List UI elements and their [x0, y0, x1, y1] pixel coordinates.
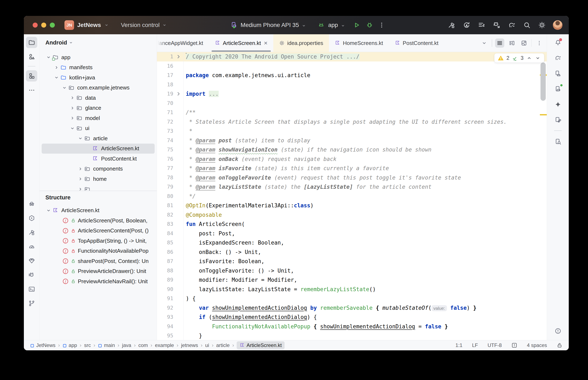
breadcrumb-java[interactable]: java	[122, 342, 131, 348]
breadcrumb-articlescreen-kt[interactable]: ArticleScreen.kt	[237, 341, 284, 349]
code-line-94[interactable]: 94 FunctionalityNotAvailablePopup { show…	[157, 322, 547, 331]
unlock-icon[interactable]	[557, 342, 563, 348]
line-number[interactable]: 76	[157, 154, 183, 164]
project-icon[interactable]	[26, 37, 37, 48]
code-line-78[interactable]: 78 * @param onToggleFavorite (event) req…	[157, 173, 547, 183]
line-number[interactable]: 16	[157, 61, 183, 71]
breadcrumb-jetnews[interactable]: jetnews	[181, 342, 198, 348]
line-number[interactable]: 92	[157, 303, 183, 313]
editor-tab-idea-properties[interactable]: idea.properties	[273, 34, 329, 52]
line-number[interactable]: 95	[157, 331, 183, 340]
breadcrumb-main[interactable]: main	[98, 342, 115, 348]
logcat-icon[interactable]	[26, 269, 37, 281]
warning-count[interactable]: 2	[507, 55, 509, 61]
breadcrumb-jetnews[interactable]: JetNews	[30, 342, 56, 348]
line-number[interactable]: 87	[157, 257, 183, 266]
breadcrumb-app[interactable]: app	[62, 342, 77, 348]
project-widget[interactable]: JN JetNews	[64, 20, 109, 30]
split-view-icon[interactable]	[507, 38, 516, 48]
breadcrumb-article[interactable]: article	[216, 342, 230, 348]
line-number[interactable]: 82	[157, 210, 183, 220]
chevron-down-icon[interactable]	[45, 207, 52, 214]
code-line-75[interactable]: 75 * @param showNavigationIcon (state) i…	[157, 145, 547, 154]
device-selector[interactable]: Medium Phone API 35	[230, 21, 306, 29]
line-number[interactable]: 88	[157, 266, 183, 275]
device-explorer-icon[interactable]	[552, 136, 564, 147]
search-icon[interactable]	[523, 21, 531, 29]
line-number[interactable]: 71	[157, 108, 183, 117]
code-line-81[interactable]: 81@OptIn(ExperimentalMaterial3Api::class…	[157, 201, 547, 210]
tree-item-glance[interactable]: glance	[42, 103, 155, 113]
line-number[interactable]: 81	[157, 201, 183, 210]
build-icon[interactable]	[447, 21, 456, 29]
structure-function-item[interactable]: fTopAppBar(String, () -> Unit,	[42, 236, 155, 246]
structure-function-item[interactable]: fPreviewArticleDrawer(): Unit	[42, 266, 155, 277]
code-line-87[interactable]: 87 isFavorite: Boolean,	[157, 257, 547, 266]
line-number[interactable]: 18	[157, 80, 183, 90]
more-actions-kebab-icon[interactable]	[378, 21, 386, 29]
chevron-down-icon[interactable]	[53, 74, 60, 81]
caret-position-widget[interactable]: 1:1	[456, 342, 463, 348]
line-number[interactable]: 73	[157, 126, 183, 136]
code-line-84[interactable]: 84 post: Post,	[157, 229, 547, 238]
chevron-down-icon[interactable]	[45, 54, 52, 61]
chevron-right-icon[interactable]	[53, 64, 60, 71]
tree-item-data[interactable]: data	[42, 93, 155, 103]
project-view-selector[interactable]: Android	[40, 34, 157, 51]
line-number[interactable]: 94	[157, 322, 183, 331]
code-line-70[interactable]: 70	[157, 99, 547, 108]
warning-stripe-mark[interactable]	[540, 114, 547, 115]
chevron-right-icon[interactable]	[77, 175, 84, 183]
code-line-1[interactable]: 1/ Copyright 2020 The Android Open Sourc…	[157, 52, 547, 61]
chevron-right-icon[interactable]	[77, 165, 84, 172]
version-control-icon[interactable]	[26, 298, 37, 309]
tree-item-home[interactable]: home	[42, 174, 155, 184]
structure-function-item[interactable]: fPreviewArticleNavRail(): Unit	[42, 276, 155, 286]
code-line-19[interactable]: 19import ...	[157, 89, 547, 99]
chevron-right-icon[interactable]	[69, 114, 76, 122]
code-line-95[interactable]: 95 }	[157, 331, 547, 340]
tree-item-article[interactable]: article	[42, 133, 155, 144]
tree-item-com-example-jetnews[interactable]: com.example.jetnews	[42, 83, 155, 93]
code-line-76[interactable]: 76 * @param onBack (event) request navig…	[157, 154, 547, 164]
terminal-icon[interactable]	[26, 284, 37, 295]
device-manager-icon[interactable]	[552, 83, 564, 95]
code-editor[interactable]: 1/ Copyright 2020 The Android Open Sourc…	[157, 52, 547, 340]
line-number[interactable]: 83	[157, 219, 183, 229]
code-line-92[interactable]: 92 var showUnimplementedActionDialog by …	[157, 303, 547, 313]
line-number[interactable]: 74	[157, 136, 183, 145]
code-line-74[interactable]: 74 * @param post (state) item to display	[157, 136, 547, 145]
line-number[interactable]: 79	[157, 182, 183, 192]
line-number[interactable]: 84	[157, 229, 183, 238]
tab-list-chevron-icon[interactable]	[480, 38, 489, 48]
line-number[interactable]: 70	[157, 99, 183, 108]
code-line-80[interactable]: 80 */	[157, 192, 547, 201]
line-number[interactable]: 17	[157, 71, 183, 80]
device-mirroring-icon[interactable]	[552, 114, 564, 125]
line-number[interactable]: 19	[157, 89, 183, 99]
structure-function-item[interactable]: fArticleScreenContent(Post, ()	[42, 226, 155, 236]
chevron-down-icon[interactable]	[77, 135, 84, 142]
structure-root-file[interactable]: ArticleScreen.kt	[42, 206, 155, 216]
line-number[interactable]: 93	[157, 312, 183, 322]
code-line-16[interactable]: 16	[157, 61, 547, 71]
chevron-down-icon[interactable]	[69, 125, 76, 132]
code-line-86[interactable]: 86 onBack: () -> Unit,	[157, 247, 547, 257]
breadcrumb-ui[interactable]: ui	[205, 342, 209, 348]
line-number[interactable]: 85	[157, 238, 183, 247]
notifications-icon[interactable]	[552, 37, 564, 48]
tree-item-ui[interactable]: ui	[42, 123, 155, 133]
line-number[interactable]: 90	[157, 285, 183, 294]
tree-item-model[interactable]: model	[42, 113, 155, 123]
line-number[interactable]: 80	[157, 192, 183, 201]
chevron-right-icon[interactable]	[69, 94, 76, 101]
code-line-77[interactable]: 77 * @param isFavorite (state) is this i…	[157, 164, 547, 173]
passed-count[interactable]: 3	[521, 55, 524, 61]
maximize-window-button[interactable]	[50, 22, 55, 28]
line-number[interactable]: 77	[157, 164, 183, 173]
line-number[interactable]: 89	[157, 275, 183, 285]
vcs-widget[interactable]: Version control	[121, 22, 167, 28]
code-line-88[interactable]: 88 onToggleFavorite: () -> Unit,	[157, 266, 547, 275]
editor-tab-lanceappwidget-kt[interactable]: lanceAppWidget.kt	[157, 34, 209, 52]
resource-manager-icon[interactable]	[26, 51, 37, 62]
